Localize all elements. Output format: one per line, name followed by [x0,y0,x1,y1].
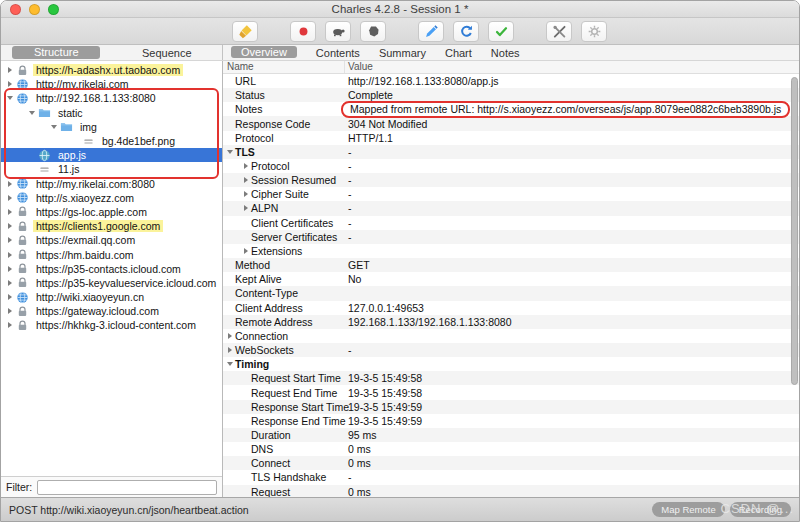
charles-window: Charles 4.2.8 - Session 1 * StructureSeq… [0,0,800,522]
scrollbar-track[interactable] [789,75,798,495]
row-name: Response End Time [223,415,345,427]
overview-row-websockets[interactable]: WebSockets- [223,343,799,357]
overview-row-alpn[interactable]: ALPN- [223,201,799,215]
tree-item-https-gs-loc-apple-com[interactable]: https://gs-loc.apple.com [1,205,222,219]
globe-icon [16,177,29,190]
breakpoints-button[interactable] [360,21,386,42]
filter-input[interactable] [37,480,217,495]
row-value: 192.168.1.133/192.168.1.133:8080 [345,316,799,328]
tree-item-https-hm-baidu-com[interactable]: https://hm.baidu.com [1,247,222,261]
validate-button[interactable] [488,21,514,42]
overview-row-connection[interactable]: Connection [223,329,799,343]
overview-row-session-resumed[interactable]: Session Resumed- [223,173,799,187]
tools-button[interactable] [546,21,572,42]
tree-item-static[interactable]: static [1,106,222,120]
tree-item-https-p35-keyvalueservice-icloud-com[interactable]: https://p35-keyvalueservice.icloud.com [1,276,222,290]
tree-item-app-js[interactable]: app.js [1,148,222,162]
row-value: 304 Not Modified [345,118,799,130]
chevron-right-icon[interactable] [241,177,251,183]
script-globe-icon [38,149,51,162]
chevron-right-icon[interactable] [5,294,15,300]
lock-icon [16,319,29,332]
chevron-right-icon[interactable] [225,333,235,339]
chevron-right-icon[interactable] [5,237,15,243]
chevron-right-icon[interactable] [5,223,15,229]
throttle-button[interactable] [325,21,351,42]
row-name: Connection [223,330,345,342]
chevron-down-icon[interactable] [225,150,235,154]
tree-item-label: http://my.rikelai.com:8080 [33,178,158,190]
tree-item-http-wiki-xiaoyeyun-cn[interactable]: http://wiki.xiaoyeyun.cn [1,290,222,304]
tree-item-https-gateway-icloud-com[interactable]: https://gateway.icloud.com [1,304,222,318]
overview-row-protocol[interactable]: Protocol- [223,159,799,173]
tree-item-http-my-rikelai-com-8080[interactable]: http://my.rikelai.com:8080 [1,177,222,191]
chevron-down-icon[interactable] [5,96,15,100]
overview-row-protocol: ProtocolHTTP/1.1 [223,131,799,145]
row-name: Remote Address [223,316,345,328]
lock-icon [16,262,29,275]
overview-row-extensions[interactable]: Extensions [223,244,799,258]
chevron-right-icon[interactable] [241,248,251,254]
tree-item-11-js[interactable]: 11.js [1,162,222,176]
row-value: - [345,146,799,158]
tree-item-https-h-adashx-ut-taobao-com[interactable]: https://h-adashx.ut.taobao.com [1,63,222,77]
doc-icon [82,135,95,148]
close-button[interactable] [10,4,21,15]
tab-notes[interactable]: Notes [491,47,520,59]
chevron-down-icon[interactable] [27,111,37,115]
chevron-right-icon[interactable] [5,209,15,215]
chevron-right-icon[interactable] [225,347,235,353]
chevron-right-icon[interactable] [5,322,15,328]
zoom-button[interactable] [48,4,59,15]
tree-item-label: http://192.168.1.133:8080 [33,92,159,104]
chevron-right-icon[interactable] [241,163,251,169]
chevron-right-icon[interactable] [5,81,15,87]
tree-item-label: https://gs-loc.apple.com [33,206,150,218]
tree-item-label: https://hkhkg-3.icloud-content.com [33,319,199,331]
tab-sequence[interactable]: Sequence [112,45,223,60]
overview-row-tls[interactable]: TLS- [223,145,799,159]
tree-item-label: app.js [55,149,89,161]
chevron-right-icon[interactable] [5,308,15,314]
tab-contents[interactable]: Contents [316,47,360,59]
filter-bar: Filter: [1,476,222,497]
tab-chart[interactable]: Chart [445,47,472,59]
tree-item-https-exmail-qq-com[interactable]: https://exmail.qq.com [1,233,222,247]
chevron-down-icon[interactable] [49,125,59,129]
chevron-right-icon[interactable] [5,280,15,286]
chevron-right-icon[interactable] [241,191,251,197]
overview-row-cipher-suite[interactable]: Cipher Suite- [223,187,799,201]
tab-structure[interactable]: Structure [1,45,112,60]
chevron-down-icon[interactable] [225,362,235,366]
overview-row-timing[interactable]: Timing [223,357,799,371]
chevron-right-icon[interactable] [5,195,15,201]
tree-item-https-p35-contacts-icloud-com[interactable]: https://p35-contacts.icloud.com [1,262,222,276]
tree-item-http-192-168-1-133-8080[interactable]: http://192.168.1.133:8080 [1,91,222,105]
record-button[interactable] [290,21,316,42]
chevron-right-icon[interactable] [5,252,15,258]
chevron-right-icon[interactable] [241,205,251,211]
tree-item-http-s-xiaoyezz-com[interactable]: http://s.xiaoyezz.com [1,191,222,205]
chevron-right-icon[interactable] [5,67,15,73]
row-name: Request Start Time [223,372,345,384]
compose-button[interactable] [418,21,444,42]
tree-item-img[interactable]: img [1,120,222,134]
settings-button[interactable] [581,21,607,42]
row-value: - [345,471,799,483]
tree-item-https-hkhkg-3-icloud-content-com[interactable]: https://hkhkg-3.icloud-content.com [1,318,222,332]
chevron-right-icon[interactable] [5,266,15,272]
chevron-right-icon[interactable] [5,181,15,187]
tree-item-http-my-rikelai-com[interactable]: http://my.rikelai.com [1,77,222,91]
window-title: Charles 4.2.8 - Session 1 * [332,3,469,15]
row-name: Kept Alive [223,273,345,285]
clear-session-button[interactable] [232,21,258,42]
tab-overview[interactable]: Overview [231,46,297,59]
row-name: DNS [223,443,345,455]
repeat-button[interactable] [453,21,479,42]
scrollbar-thumb[interactable] [791,77,798,385]
tree-item-bg-4de1bef-png[interactable]: bg.4de1bef.png [1,134,222,148]
lock-icon [16,205,29,218]
minimize-button[interactable] [29,4,40,15]
tree-item-https-clients1-google-com[interactable]: https://clients1.google.com [1,219,222,233]
tab-summary[interactable]: Summary [379,47,426,59]
